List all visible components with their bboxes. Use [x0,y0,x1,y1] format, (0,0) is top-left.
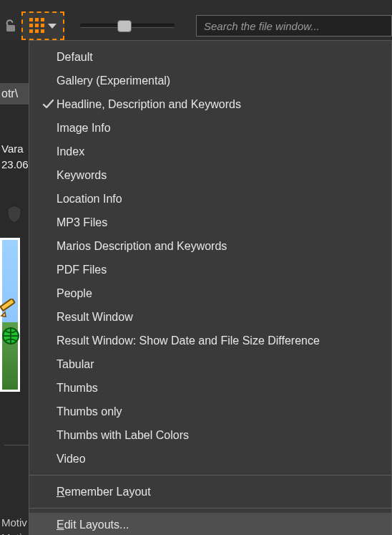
menu-item-label: Thumbs [57,382,98,395]
menu-item-image-info[interactable]: Image Info [29,116,391,140]
left-divider [4,445,29,445]
pencil-icon [0,299,21,322]
menu-item-label: People [57,287,92,300]
thumbnail[interactable] [0,238,20,392]
left-background: otr\ Vara 23.06 Motiv Motiv Gend [0,40,29,535]
protection-indicator [0,205,29,223]
menu-item-thumbs-with-label-colors[interactable]: Thumbs with Label Colors [29,423,391,447]
menu-item-thumbs-only[interactable]: Thumbs only [29,400,391,423]
menu-item-label: Location Info [57,193,122,206]
meta-line-2: 23.06 [0,158,29,174]
menu-item-keywords[interactable]: Keywords [29,163,391,187]
menu-separator [29,508,391,509]
menu-item-label: Result Window: Show Date and File Size D… [57,334,320,347]
menu-item-video[interactable]: Video [29,447,391,471]
menu-item-label: PDF Files [57,264,107,276]
menu-item-label: Default [57,51,93,64]
menu-item-gallery-experimental[interactable]: Gallery (Experimental) [29,69,391,92]
footer-meta-block: Motiv Motiv Gend [0,516,28,535]
breadcrumb[interactable]: otr\ [0,83,29,105]
menu-item-default[interactable]: Default [29,45,391,69]
svg-marker-2 [1,312,6,317]
search-field[interactable] [196,15,392,37]
menu-item-label: Thumbs only [57,405,122,418]
menu-item-people[interactable]: People [29,281,391,305]
unlock-icon [4,19,18,33]
menu-separator [29,475,391,476]
svg-rect-0 [6,25,15,32]
globe-icon [1,326,21,348]
lock-button[interactable] [0,19,21,33]
meta-line-1: Vara [0,143,29,158]
footer-meta-1: Motiv [0,516,28,531]
menu-item-label: Result Window [57,311,133,324]
shield-icon [6,205,22,223]
layout-dropdown-button[interactable] [21,11,64,40]
menu-item-marios-description-and-keywords[interactable]: Marios Description and Keywords [29,234,391,258]
breadcrumb-fragment: otr\ [1,87,18,100]
menu-item-remember-layout[interactable]: Remember Layout [29,480,391,503]
thumbnail-size-slider[interactable] [80,19,175,33]
svg-rect-1 [0,299,14,311]
check-icon [39,98,57,110]
menu-item-tabular[interactable]: Tabular [29,352,391,376]
menu-item-pdf-files[interactable]: PDF Files [29,258,391,281]
chevron-down-icon [48,24,57,29]
menu-item-label: Remember Layout [57,486,151,498]
menu-item-index[interactable]: Index [29,140,391,163]
menu-item-label: Headline, Description and Keywords [57,98,241,111]
menu-item-label: Image Info [57,122,111,135]
menu-item-edit-layouts[interactable]: Edit Layouts... [29,513,391,535]
menu-item-label: Marios Description and Keywords [57,240,227,253]
menu-item-label: Gallery (Experimental) [57,74,170,87]
menu-item-label: Index [57,145,84,158]
grid-icon [29,18,45,34]
menu-item-label: Video [57,453,86,466]
menu-item-result-window[interactable]: Result Window [29,305,391,329]
footer-meta-2: Motiv [0,531,28,535]
menu-item-label: MP3 Files [57,216,107,229]
slider-handle[interactable] [117,20,132,32]
toolbar [0,11,392,40]
menu-item-label: Keywords [57,169,107,182]
menu-item-label: Edit Layouts... [57,519,129,531]
menu-item-result-window-show-date-and-file-size-difference[interactable]: Result Window: Show Date and File Size D… [29,329,391,352]
menu-item-headline-description-and-keywords[interactable]: Headline, Description and Keywords [29,92,391,116]
item-meta-block: Vara 23.06 [0,143,29,174]
menu-item-location-info[interactable]: Location Info [29,187,391,211]
layout-dropdown-menu: DefaultGallery (Experimental)Headline, D… [29,40,392,535]
menu-item-label: Thumbs with Label Colors [57,429,189,442]
menu-item-label: Tabular [57,358,94,371]
search-input[interactable] [202,19,386,33]
menu-item-thumbs[interactable]: Thumbs [29,376,391,400]
menu-item-mp3-files[interactable]: MP3 Files [29,211,391,234]
